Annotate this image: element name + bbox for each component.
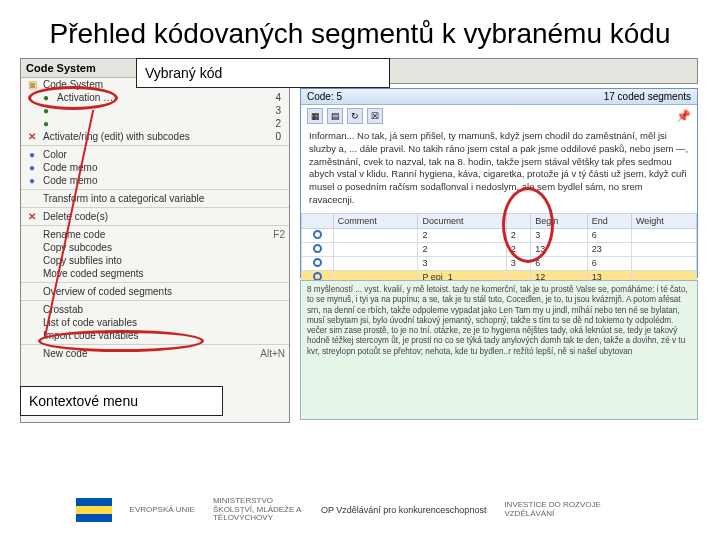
table-cell — [302, 242, 334, 256]
table-cell — [333, 242, 418, 256]
dot-g-icon: ● — [39, 92, 53, 103]
table-cell: 2 — [418, 242, 506, 256]
excel-icon[interactable]: ▦ — [307, 108, 323, 124]
callout-context-menu: Kontextové menu — [20, 386, 223, 416]
op-label: OP Vzdělávání pro konkurenceschopnost — [321, 505, 486, 515]
page-title: Přehled kódovaných segmentů k vybranému … — [0, 0, 720, 58]
row-marker-icon — [313, 258, 322, 267]
cancel-icon[interactable]: ☒ — [367, 108, 383, 124]
refresh-icon[interactable]: ↻ — [347, 108, 363, 124]
code-system-root-label: Code System — [43, 79, 103, 90]
table-cell: 3 — [531, 228, 587, 242]
menu-item[interactable]: ●Code memo — [21, 161, 289, 174]
menu-separator — [21, 145, 289, 146]
table-row[interactable]: 3366 — [302, 256, 697, 270]
code-count: 2 — [275, 118, 285, 129]
pin-icon[interactable]: 📌 — [676, 109, 691, 123]
table-cell — [631, 228, 696, 242]
table-cell — [333, 256, 418, 270]
segment-preview-text: Informan... No tak, já sem přišel, ty ma… — [301, 127, 697, 213]
menu-item-label: New code — [43, 348, 87, 359]
menu-item[interactable]: ✕Activate/ring (edit) with subcodes0 — [21, 130, 289, 143]
menu-item[interactable]: ●Color — [21, 148, 289, 161]
menu-separator — [21, 207, 289, 208]
row-marker-icon — [313, 230, 322, 239]
msmt-label: MINISTERSTVO ŠKOLSTVÍ, MLÁDEŽE A TĚLOVÝC… — [213, 497, 303, 523]
row-marker-icon — [313, 244, 322, 253]
footer-logos: EVROPSKÁ UNIE MINISTERSTVO ŠKOLSTVÍ, MLÁ… — [0, 480, 720, 540]
menu-shortcut: Alt+N — [260, 348, 285, 359]
table-cell: 13 — [531, 242, 587, 256]
table-row[interactable]: 221323 — [302, 242, 697, 256]
table-cell: 3 — [506, 256, 531, 270]
menu-separator — [21, 225, 289, 226]
table-header[interactable] — [302, 213, 334, 228]
menu-item[interactable]: ✕Delete code(s) — [21, 210, 289, 223]
table-cell: 6 — [587, 228, 631, 242]
menu-item-label: Activation … — [57, 92, 113, 103]
table-cell — [631, 256, 696, 270]
eu-label: EVROPSKÁ UNIE — [130, 506, 195, 515]
table-cell: 2 — [506, 242, 531, 256]
table-header[interactable]: Document — [418, 213, 506, 228]
table-cell — [333, 228, 418, 242]
table-header[interactable] — [506, 213, 531, 228]
x-icon: ✕ — [25, 211, 39, 222]
table-header[interactable]: Weight — [631, 213, 696, 228]
x-icon: ✕ — [25, 131, 39, 142]
menu-shortcut: F2 — [273, 229, 285, 240]
segments-table: CommentDocumentBeginEndWeight 2236221323… — [301, 213, 697, 285]
eu-flag-icon — [76, 498, 112, 522]
table-cell: 23 — [587, 242, 631, 256]
segments-grid-panel: Code: 5 17 coded segments ▦ ▤ ↻ ☒ 📌 Info… — [300, 88, 698, 278]
grid-title-right: 17 coded segments — [604, 91, 691, 102]
dot-b-icon: ● — [25, 149, 39, 160]
table-cell: 6 — [531, 256, 587, 270]
menu-item[interactable]: New codeAlt+N — [21, 347, 289, 360]
table-cell: 2 — [506, 228, 531, 242]
table-cell: 6 — [587, 256, 631, 270]
menu-item[interactable]: ●Code memo — [21, 174, 289, 187]
menu-item-label: Color — [43, 149, 67, 160]
dot-g-icon: ● — [39, 118, 53, 129]
workspace: Code System ▣ Code System ●Activation …4… — [20, 58, 700, 438]
table-header[interactable]: Comment — [333, 213, 418, 228]
menu-item[interactable]: ●Activation …4 — [21, 91, 289, 104]
folder-icon: ▣ — [25, 79, 39, 90]
table-header[interactable]: End — [587, 213, 631, 228]
invest-label: INVESTICE DO ROZVOJE VZDĚLÁVÁNÍ — [504, 501, 644, 519]
table-header[interactable]: Begin — [531, 213, 587, 228]
dot-b-icon: ● — [25, 162, 39, 173]
table-cell — [302, 228, 334, 242]
menu-item[interactable]: Transform into a categorical variable — [21, 192, 289, 205]
grid-title-left: Code: 5 — [307, 91, 342, 102]
segments-grid-title: Code: 5 17 coded segments — [301, 89, 697, 105]
table-cell: 3 — [418, 256, 506, 270]
code-count: 4 — [275, 92, 285, 103]
document-text-panel: 8 myšleností ... vyst. kvalií, y mě leto… — [300, 280, 698, 420]
menu-separator — [21, 189, 289, 190]
table-row[interactable]: 2236 — [302, 228, 697, 242]
menu-item[interactable]: Rename codeF2 — [21, 228, 289, 241]
dot-g-icon: ● — [39, 105, 53, 116]
table-cell — [302, 256, 334, 270]
table-cell: 2 — [418, 228, 506, 242]
code-count: 0 — [275, 131, 285, 142]
filter-icon[interactable]: ▤ — [327, 108, 343, 124]
table-cell — [631, 242, 696, 256]
dot-b-icon: ● — [25, 175, 39, 186]
callout-selected-code: Vybraný kód — [136, 58, 390, 88]
code-count: 3 — [275, 105, 285, 116]
segments-toolbar: ▦ ▤ ↻ ☒ 📌 — [301, 105, 697, 127]
menu-separator — [21, 344, 289, 345]
